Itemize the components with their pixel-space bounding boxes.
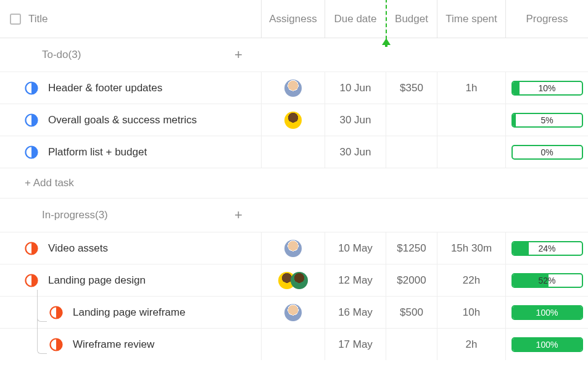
task-name[interactable]: Platform list + budget bbox=[48, 146, 147, 158]
progress-cell: 10% bbox=[505, 72, 588, 104]
table-row[interactable]: Video assets 10 May $1250 15h 30m 24% bbox=[0, 232, 588, 264]
avatar[interactable] bbox=[284, 240, 302, 257]
progress-label: 100% bbox=[513, 306, 582, 319]
progress-label: 100% bbox=[513, 338, 582, 351]
task-title-cell: Video assets bbox=[0, 242, 261, 255]
task-name[interactable]: Wireframe review bbox=[73, 338, 154, 351]
header-time-spent[interactable]: Time spent bbox=[437, 0, 505, 38]
budget-cell[interactable] bbox=[386, 104, 437, 136]
due-date-cell[interactable]: 30 Jun bbox=[325, 136, 386, 168]
status-icon bbox=[25, 113, 38, 127]
due-date-cell[interactable]: 17 May bbox=[325, 329, 386, 360]
task-title-cell: Header & footer updates bbox=[0, 81, 261, 95]
task-table: Title Assigness Due date Budget Time spe… bbox=[0, 0, 588, 360]
task-title-cell: Wireframe review bbox=[0, 338, 261, 351]
due-date-cell[interactable]: 30 Jun bbox=[325, 104, 386, 136]
assignees-cell[interactable] bbox=[261, 297, 325, 328]
status-icon bbox=[49, 306, 63, 319]
progress-cell: 0% bbox=[505, 136, 588, 168]
table-row[interactable]: Platform list + budget 30 Jun 0% bbox=[0, 136, 588, 168]
add-task-button[interactable]: + Add task bbox=[0, 168, 588, 199]
header-title-cell: Title bbox=[0, 13, 261, 25]
progress-cell: 5% bbox=[505, 104, 588, 136]
progress-cell: 52% bbox=[505, 264, 588, 296]
progress-bar[interactable]: 100% bbox=[511, 305, 583, 320]
progress-bar[interactable]: 52% bbox=[511, 273, 583, 288]
status-icon bbox=[49, 338, 63, 351]
progress-cell: 100% bbox=[505, 297, 588, 328]
header-assignees[interactable]: Assigness bbox=[261, 0, 325, 38]
time-spent-cell[interactable]: 15h 30m bbox=[437, 232, 505, 264]
budget-cell[interactable] bbox=[386, 329, 437, 360]
assignees-cell[interactable] bbox=[261, 136, 325, 168]
task-name[interactable]: Landing page wireframe bbox=[73, 306, 185, 319]
status-icon bbox=[25, 274, 38, 287]
progress-cell: 100% bbox=[505, 329, 588, 360]
group-title: To-do(3) bbox=[42, 49, 81, 61]
progress-label: 24% bbox=[513, 242, 582, 255]
time-spent-cell[interactable]: 1h bbox=[437, 72, 505, 104]
add-task-icon[interactable]: + bbox=[234, 48, 242, 62]
task-title-cell: Landing page design bbox=[0, 274, 261, 287]
budget-cell[interactable]: $350 bbox=[386, 72, 437, 104]
status-icon bbox=[25, 81, 38, 95]
table-row[interactable]: Header & footer updates 10 Jun $350 1h 1… bbox=[0, 72, 588, 104]
task-name[interactable]: Overall goals & success metrics bbox=[48, 114, 197, 126]
avatar[interactable] bbox=[284, 112, 302, 129]
status-icon bbox=[25, 146, 38, 159]
header-progress[interactable]: Progress bbox=[505, 0, 588, 38]
progress-label: 10% bbox=[513, 82, 582, 94]
status-icon bbox=[25, 242, 38, 255]
table-row[interactable]: Wireframe review 17 May 2h 100% bbox=[0, 328, 588, 360]
select-all-checkbox[interactable] bbox=[10, 14, 21, 25]
assignees-cell[interactable] bbox=[261, 104, 325, 136]
tree-connector-icon bbox=[37, 290, 47, 354]
progress-label: 52% bbox=[513, 274, 582, 287]
avatar[interactable] bbox=[291, 272, 308, 289]
assignees-cell[interactable] bbox=[261, 72, 325, 104]
progress-bar[interactable]: 0% bbox=[511, 145, 583, 160]
time-spent-cell[interactable]: 10h bbox=[437, 297, 505, 328]
group-header[interactable]: In-progress(3) + bbox=[0, 199, 588, 232]
table-row[interactable]: Landing page design 12 May $2000 22h 52% bbox=[0, 264, 588, 296]
progress-bar[interactable]: 10% bbox=[511, 81, 583, 96]
progress-bar[interactable]: 24% bbox=[511, 241, 583, 256]
budget-cell[interactable]: $1250 bbox=[386, 232, 437, 264]
due-date-cell[interactable]: 10 Jun bbox=[325, 72, 386, 104]
progress-label: 0% bbox=[513, 146, 582, 158]
progress-cell: 24% bbox=[505, 232, 588, 264]
due-date-cell[interactable]: 10 May bbox=[325, 232, 386, 264]
time-spent-cell[interactable] bbox=[437, 104, 505, 136]
progress-bar[interactable]: 100% bbox=[511, 337, 583, 352]
assignees-cell[interactable] bbox=[261, 264, 325, 296]
table-header: Title Assigness Due date Budget Time spe… bbox=[0, 0, 588, 38]
budget-cell[interactable] bbox=[386, 136, 437, 168]
avatar[interactable] bbox=[284, 304, 302, 321]
avatar[interactable] bbox=[284, 80, 302, 97]
due-date-cell[interactable]: 16 May bbox=[325, 297, 386, 328]
task-name[interactable]: Header & footer updates bbox=[48, 82, 162, 94]
table-row[interactable]: Landing page wireframe 16 May $500 10h 1… bbox=[0, 296, 588, 328]
group-header[interactable]: To-do(3) + bbox=[0, 38, 588, 72]
budget-cell[interactable]: $2000 bbox=[386, 264, 437, 296]
due-date-cell[interactable]: 12 May bbox=[325, 264, 386, 296]
assignees-cell[interactable] bbox=[261, 329, 325, 360]
table-row[interactable]: Overall goals & success metrics 30 Jun 5… bbox=[0, 104, 588, 136]
header-due-date[interactable]: Due date bbox=[325, 0, 386, 38]
task-title-cell: Overall goals & success metrics bbox=[0, 113, 261, 127]
progress-bar[interactable]: 5% bbox=[511, 113, 583, 128]
task-name[interactable]: Landing page design bbox=[48, 274, 146, 287]
group-title: In-progress(3) bbox=[42, 209, 108, 221]
add-task-icon[interactable]: + bbox=[234, 208, 242, 222]
progress-label: 5% bbox=[513, 114, 582, 126]
header-budget[interactable]: Budget bbox=[386, 0, 437, 38]
task-title-cell: Platform list + budget bbox=[0, 146, 261, 159]
header-title-label: Title bbox=[28, 13, 48, 25]
time-spent-cell[interactable] bbox=[437, 136, 505, 168]
task-name[interactable]: Video assets bbox=[48, 242, 108, 255]
time-spent-cell[interactable]: 22h bbox=[437, 264, 505, 296]
budget-cell[interactable]: $500 bbox=[386, 297, 437, 328]
assignees-cell[interactable] bbox=[261, 232, 325, 264]
time-spent-cell[interactable]: 2h bbox=[437, 329, 505, 360]
